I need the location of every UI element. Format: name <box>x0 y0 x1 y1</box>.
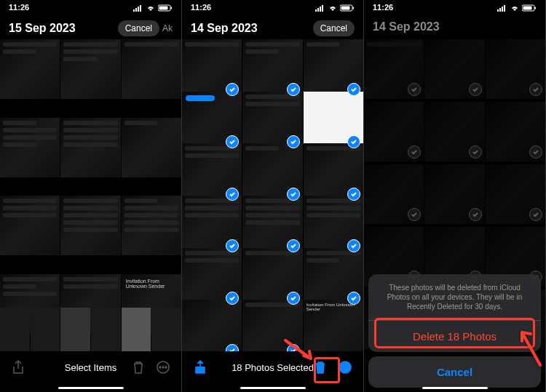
svg-point-10 <box>165 367 167 368</box>
check-icon <box>287 83 300 96</box>
check-icon <box>226 188 239 201</box>
status-time: 11:26 <box>9 3 29 12</box>
svg-rect-3 <box>140 5 141 12</box>
svg-rect-23 <box>499 8 501 12</box>
photo-thumb[interactable] <box>242 39 302 99</box>
svg-rect-24 <box>502 7 503 12</box>
battery-icon <box>158 3 173 12</box>
mini-thumb[interactable] <box>122 308 151 351</box>
photo-grid: Invitation From Unknown Sender <box>182 0 363 351</box>
photo-thumb[interactable] <box>0 196 60 255</box>
svg-point-9 <box>162 367 164 368</box>
check-icon <box>287 292 300 305</box>
svg-point-8 <box>159 367 161 368</box>
battery-icon <box>340 3 355 12</box>
photo-thumb[interactable] <box>60 196 120 255</box>
signal-icon <box>497 3 507 12</box>
photo-thumb[interactable] <box>122 39 181 99</box>
status-time: 11:26 <box>373 3 393 12</box>
photo-thumb[interactable] <box>122 196 181 255</box>
svg-point-21 <box>347 367 349 368</box>
svg-rect-27 <box>523 7 532 10</box>
mini-thumb[interactable] <box>60 308 90 351</box>
photo-thumb[interactable] <box>0 118 60 177</box>
status-right <box>133 3 173 12</box>
svg-point-20 <box>344 367 346 368</box>
mini-thumb[interactable] <box>91 308 121 351</box>
check-icon <box>347 188 360 201</box>
home-indicator[interactable] <box>240 387 306 389</box>
annotation-arrow-icon <box>515 325 544 372</box>
check-icon <box>287 135 300 148</box>
home-indicator[interactable] <box>422 387 488 389</box>
mini-thumb[interactable] <box>31 308 60 351</box>
sheet-message: These photos will be deleted from iCloud… <box>368 274 541 320</box>
photo-thumb[interactable] <box>182 248 242 308</box>
battery-icon <box>522 3 537 12</box>
status-right <box>315 3 355 12</box>
svg-rect-0 <box>133 9 135 12</box>
svg-rect-12 <box>317 8 319 12</box>
photo-thumb[interactable] <box>242 196 302 255</box>
date-title: 14 Sep 2023 <box>191 22 258 35</box>
header: 14 Sep 2023 Cancel <box>182 15 363 41</box>
home-indicator[interactable] <box>58 387 124 389</box>
photo-thumb[interactable] <box>304 39 363 99</box>
more-icon <box>155 359 171 375</box>
svg-rect-1 <box>135 8 137 12</box>
photo-thumb[interactable] <box>182 300 242 351</box>
svg-rect-22 <box>497 9 499 12</box>
status-bar: 11:26 <box>182 0 363 15</box>
svg-rect-28 <box>535 7 537 9</box>
svg-point-19 <box>341 367 343 368</box>
svg-rect-16 <box>341 7 350 10</box>
check-icon <box>347 292 360 305</box>
cancel-button[interactable]: Cancel <box>313 20 355 36</box>
photo-thumb[interactable] <box>182 39 242 99</box>
photo-thumb[interactable] <box>60 39 120 99</box>
photo-thumb[interactable] <box>304 248 363 308</box>
mini-thumb[interactable] <box>0 308 30 351</box>
cancel-button[interactable]: Cancel <box>118 20 159 36</box>
header: 14 Sep 2023 <box>364 15 545 38</box>
svg-rect-17 <box>353 7 355 9</box>
status-right <box>497 3 537 12</box>
check-icon <box>287 239 300 252</box>
mini-thumb[interactable] <box>151 308 181 351</box>
photo-thumb[interactable] <box>242 92 302 151</box>
photo-thumb[interactable] <box>242 143 302 203</box>
photo-thumb[interactable] <box>0 39 60 99</box>
bottom-toolbar: Select Items <box>0 351 181 392</box>
photo-thumb[interactable] <box>304 143 363 203</box>
photo-thumb[interactable] <box>60 118 120 177</box>
svg-rect-11 <box>315 9 317 12</box>
header: 15 Sep 2023 Cancel Ak <box>0 15 181 41</box>
status-bar: 11:26 <box>0 0 181 15</box>
photo-thumb[interactable] <box>182 92 242 151</box>
wifi-icon <box>328 3 338 12</box>
annotation-arrow-icon <box>282 337 318 369</box>
photo-thumb[interactable] <box>122 118 181 177</box>
photo-thumb[interactable] <box>242 248 302 308</box>
svg-rect-14 <box>322 5 323 12</box>
svg-rect-6 <box>171 7 173 9</box>
photo-grid: Invitation From Unknown Sender <box>0 0 181 351</box>
status-bar: 11:26 <box>364 0 545 15</box>
svg-rect-25 <box>504 5 505 12</box>
svg-rect-2 <box>138 7 139 12</box>
toolbar-title: Select Items <box>65 362 117 373</box>
check-icon <box>287 188 300 201</box>
check-icon <box>347 135 360 148</box>
photo-thumb[interactable] <box>304 92 363 151</box>
screen-delete-confirm: 11:26 14 Sep 2023 These photos will be d… <box>364 0 546 392</box>
photo-thumb[interactable] <box>304 196 363 255</box>
trash-icon <box>130 359 146 375</box>
photo-thumb[interactable] <box>182 143 242 203</box>
svg-rect-13 <box>320 7 321 12</box>
photo-thumb[interactable] <box>182 196 242 255</box>
share-icon <box>10 359 26 375</box>
signal-icon <box>133 3 143 12</box>
thumbnail-strip <box>0 308 181 351</box>
side-text: Ak <box>162 23 173 33</box>
share-icon[interactable] <box>192 359 208 375</box>
